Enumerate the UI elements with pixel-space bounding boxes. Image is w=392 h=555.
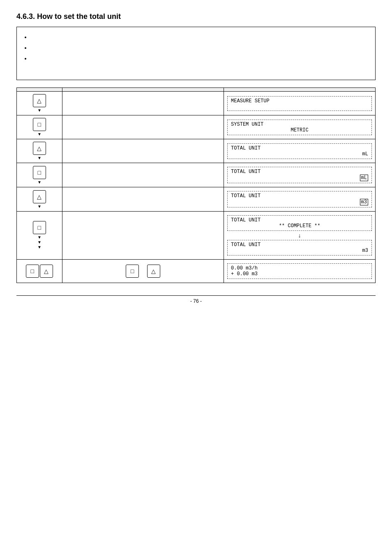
info-box	[16, 27, 376, 80]
display-line2-4: mL	[231, 175, 368, 181]
step-cell-3: △ ▼	[17, 139, 62, 163]
up-arrow-button-3[interactable]: △	[33, 142, 46, 155]
up-arrow-button-1[interactable]: △	[33, 94, 46, 107]
display-line1-1: MEASURE SETUP	[231, 98, 368, 104]
display-line1-3: TOTAL UNIT	[231, 145, 368, 151]
info-item-1	[31, 32, 369, 43]
down-arrow-4: ▼	[37, 180, 42, 184]
square-button-bottom2[interactable]: □	[126, 265, 139, 278]
square-button-4[interactable]: □	[33, 166, 46, 179]
display-line2-2: METRIC	[231, 127, 368, 133]
display-line1-2: SYSTEM UNIT	[231, 122, 368, 127]
table-row: □ ▼ TOTAL UNIT mL	[17, 163, 376, 187]
col-header-display	[224, 88, 376, 92]
display-cell-4: TOTAL UNIT mL	[224, 163, 376, 187]
step-cell-1: △ ▼	[17, 92, 62, 115]
up-arrow-button-bottom2[interactable]: △	[147, 265, 160, 278]
display-line1-6b: TOTAL UNIT	[231, 242, 368, 248]
display-screen-1: MEASURE SETUP	[227, 96, 372, 111]
down-arrow-5: ▼	[37, 204, 42, 209]
highlight-ml: mL	[360, 175, 368, 181]
step-cell-5: △ ▼	[17, 187, 62, 212]
display-bottom-line2: + 0.00 m3	[231, 271, 368, 277]
display-screen-4: TOTAL UNIT mL	[227, 167, 372, 183]
page-title: 4.6.3. How to set the total unit	[16, 12, 376, 21]
triple-arrows-6: ▼ ▼ ▼	[37, 235, 42, 250]
step-cell-2: □ ▼	[17, 115, 62, 139]
operation-cell-6	[62, 212, 224, 260]
operation-cell-3	[62, 139, 224, 163]
info-item-2	[31, 43, 369, 53]
display-cell-3: TOTAL UNIT mL	[224, 139, 376, 163]
step-content-6: □ ▼ ▼ ▼	[20, 221, 59, 250]
table-row: □ ▼ ▼ ▼ TOTAL UNIT ** COMPLETE ** ↓ TOTA…	[17, 212, 376, 260]
info-list	[23, 32, 369, 64]
display-line2-3: mL	[231, 151, 368, 157]
col-header-operation	[62, 88, 224, 92]
display-cell-5: TOTAL UNIT m3	[224, 187, 376, 212]
display-cell-2: SYSTEM UNIT METRIC	[224, 115, 376, 139]
operation-cell-bottom: □ △	[62, 260, 224, 283]
display-line2-6b: m3	[231, 248, 368, 253]
square-button-bottom1[interactable]: □	[26, 265, 39, 278]
arrow-6-3: ▼	[37, 245, 42, 250]
table-row: △ ▼ TOTAL UNIT mL	[17, 139, 376, 163]
display-line1-6a: TOTAL UNIT	[231, 217, 368, 223]
display-line2-6a: ** COMPLETE **	[231, 223, 368, 229]
display-cell-6: TOTAL UNIT ** COMPLETE ** ↓ TOTAL UNIT m…	[224, 212, 376, 260]
step-content-1: △ ▼	[20, 94, 59, 113]
step-cell-6: □ ▼ ▼ ▼	[17, 212, 62, 260]
step-content-2: □ ▼	[20, 118, 59, 136]
display-line2-5: m3	[231, 199, 368, 205]
display-line1-4: TOTAL UNIT	[231, 169, 368, 175]
display-cell-1: MEASURE SETUP	[224, 92, 376, 115]
arrow-6-2: ▼	[37, 240, 42, 245]
square-button-6[interactable]: □	[33, 221, 46, 234]
display-screen-6a: TOTAL UNIT ** COMPLETE **	[227, 215, 372, 231]
table-row: △ ▼ TOTAL UNIT m3	[17, 187, 376, 212]
square-button-2[interactable]: □	[33, 118, 46, 131]
operation-cell-4	[62, 163, 224, 187]
display-screen-3: TOTAL UNIT mL	[227, 143, 372, 159]
table-row: □ ▼ SYSTEM UNIT METRIC	[17, 115, 376, 139]
display-screen-5: TOTAL UNIT m3	[227, 191, 372, 207]
highlight-m3: m3	[360, 199, 368, 205]
display-screen-2: SYSTEM UNIT METRIC	[227, 120, 372, 135]
down-arrow-3: ▼	[37, 156, 42, 160]
table-row-bottom: □ △ □ △ 0.00 m3/h + 0.00 m3	[17, 260, 376, 283]
operation-cell-5	[62, 187, 224, 212]
operation-cell-2	[62, 115, 224, 139]
table-row: △ ▼ MEASURE SETUP	[17, 92, 376, 115]
display-cell-bottom: 0.00 m3/h + 0.00 m3	[224, 260, 376, 283]
down-arrow-2: ▼	[37, 132, 42, 136]
col-header-step	[17, 88, 62, 92]
display-screen-6b: TOTAL UNIT m3	[227, 240, 372, 256]
step-content-3: △ ▼	[20, 142, 59, 160]
procedure-table: △ ▼ MEASURE SETUP □ ▼	[16, 88, 376, 283]
up-arrow-button-5[interactable]: △	[33, 190, 46, 203]
display-screen-bottom: 0.00 m3/h + 0.00 m3	[227, 263, 372, 279]
step-cell-4: □ ▼	[17, 163, 62, 187]
display-bottom-line1: 0.00 m3/h	[231, 265, 368, 271]
arrow-6-1: ▼	[37, 235, 42, 240]
operation-cell-1	[62, 92, 224, 115]
info-item-3	[31, 53, 369, 64]
page-number: - 76 -	[190, 298, 202, 304]
bottom-buttons: □ △	[20, 265, 59, 278]
display-line1-5: TOTAL UNIT	[231, 193, 368, 199]
step-content-5: △ ▼	[20, 190, 59, 209]
step-content-4: □ ▼	[20, 166, 59, 184]
footer: - 76 -	[16, 295, 376, 304]
up-arrow-button-bottom1[interactable]: △	[40, 265, 53, 278]
step-cell-bottom: □ △	[17, 260, 62, 283]
between-arrow: ↓	[227, 232, 372, 239]
down-arrow-1: ▼	[37, 108, 42, 113]
